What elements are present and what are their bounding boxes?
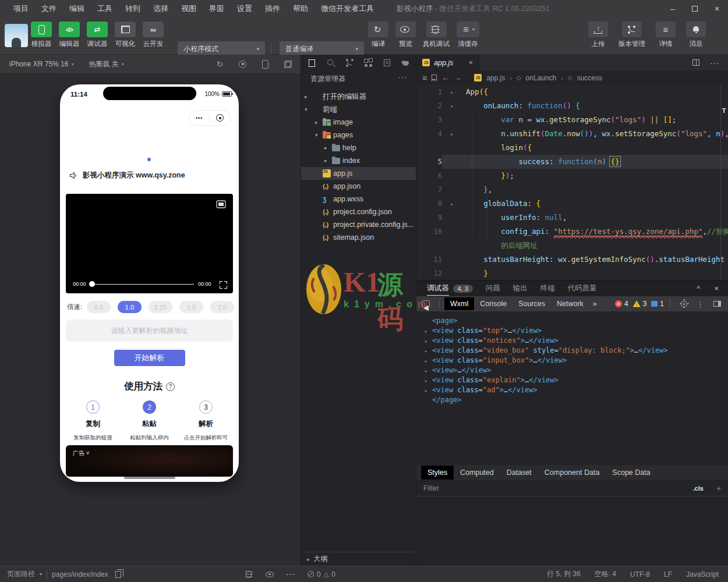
- tree-row[interactable]: app.js: [301, 167, 416, 180]
- multi-window-icon[interactable]: [284, 60, 292, 69]
- code-line[interactable]: 3 var n = wx.getStorageSync("logs") || […: [416, 113, 728, 127]
- miniprogram-capsule[interactable]: •••: [189, 110, 231, 126]
- files-icon[interactable]: [308, 59, 317, 68]
- minimize-button[interactable]: –: [662, 0, 684, 17]
- speed-pill[interactable]: 2.0: [210, 301, 234, 313]
- panel-toggle-button[interactable]: 云开发: [142, 22, 164, 48]
- problem-counters[interactable]: 0 △ 0: [308, 566, 335, 582]
- warning-counter[interactable]: !3: [633, 300, 647, 308]
- breadcrumb-symbol[interactable]: success: [577, 74, 602, 82]
- styles-tab[interactable]: Dataset: [500, 466, 538, 480]
- styles-tab[interactable]: Scope Data: [606, 466, 656, 480]
- debugger-tab[interactable]: 代码质量: [568, 281, 597, 296]
- code-line[interactable]: 4 n.unshift(Date.now()), wx.setStorageSy…: [416, 127, 728, 141]
- tree-arrow-icon[interactable]: ▸: [324, 158, 332, 164]
- code-line[interactable]: 10 config_api: "https://test-ys.qsy.zone…: [416, 225, 728, 239]
- code-editor[interactable]: 1 App({ 2 onLaunch: function() { 3: [416, 85, 728, 282]
- editor-tab[interactable]: JS app.js ×: [416, 55, 479, 70]
- inspect-element-icon[interactable]: [422, 300, 430, 307]
- menu-item[interactable]: 项目: [7, 3, 35, 14]
- devtools-tab[interactable]: Network: [551, 297, 589, 310]
- extensions-icon[interactable]: [364, 59, 373, 68]
- more-actions-icon[interactable]: ···: [710, 58, 720, 68]
- help-icon[interactable]: ?: [166, 382, 175, 391]
- menu-item[interactable]: 转到: [119, 3, 147, 14]
- menu-item[interactable]: 设置: [231, 3, 259, 14]
- speed-pill[interactable]: 1.5: [179, 301, 203, 313]
- toolbar-action-button[interactable]: 预览: [395, 22, 416, 48]
- cursor-position[interactable]: 行 5, 列 36: [547, 569, 580, 579]
- error-counter[interactable]: ✕4: [615, 300, 628, 308]
- debugger-tab[interactable]: 问题: [486, 281, 500, 296]
- utilities-icon[interactable]: [401, 59, 410, 68]
- expand-arrow-icon[interactable]: ▸: [425, 336, 432, 346]
- breadcrumb-symbol[interactable]: onLaunch: [526, 74, 557, 82]
- ad-banner[interactable]: 广告 ˅: [66, 445, 233, 477]
- close-panel-icon[interactable]: ×: [714, 284, 719, 293]
- video-progress-track[interactable]: [94, 284, 194, 285]
- tree-arrow-icon[interactable]: ▸: [315, 119, 323, 125]
- copy-icon[interactable]: [115, 571, 121, 578]
- tree-row[interactable]: project.config.json: [301, 205, 416, 218]
- tree-row[interactable]: project.private.config.js...: [301, 218, 416, 231]
- tree-row[interactable]: ▾ 前端: [301, 103, 416, 116]
- tree-row[interactable]: ▾ pages: [301, 129, 416, 141]
- code-line[interactable]: 5 success: function(n) {}: [416, 155, 728, 169]
- device-select[interactable]: iPhone XR 75% 16▾: [9, 60, 73, 68]
- code-line[interactable]: 7 },: [416, 183, 728, 197]
- toolbar-action-button[interactable]: 真机调试: [423, 22, 450, 48]
- record-icon[interactable]: [238, 60, 247, 69]
- toolbar-action-button[interactable]: 编译: [368, 22, 388, 48]
- wxml-node[interactable]: ▸<view class="ad">…</view>: [425, 385, 728, 395]
- code-line[interactable]: 6 });: [416, 169, 728, 183]
- encoding[interactable]: UTF-8: [630, 570, 650, 579]
- wxml-node[interactable]: ▸<view class="explain">…</view>: [425, 375, 728, 385]
- panel-toggle-button[interactable]: 编辑器: [58, 22, 80, 48]
- devtools-tab[interactable]: Wxml: [444, 297, 474, 310]
- rotate-icon[interactable]: [215, 60, 224, 69]
- language-mode[interactable]: JavaScript: [686, 570, 719, 579]
- close-button[interactable]: ×: [706, 0, 728, 17]
- more-icon[interactable]: [287, 570, 295, 579]
- more-tabs-icon[interactable]: »: [593, 300, 597, 308]
- fold-icon[interactable]: [447, 100, 457, 113]
- page-path-label[interactable]: 页面路径: [7, 569, 35, 579]
- source-control-icon[interactable]: [345, 59, 354, 68]
- speed-pill[interactable]: 1.25: [149, 301, 172, 313]
- back-icon[interactable]: ←: [441, 73, 449, 82]
- tree-row[interactable]: app.json: [301, 180, 416, 193]
- code-line[interactable]: 8 globalData: {: [416, 197, 728, 211]
- wxml-node[interactable]: ▸<view>…</view>: [425, 365, 728, 375]
- menu-item[interactable]: 界面: [203, 3, 231, 14]
- toolbar-action-button[interactable]: 上传: [588, 22, 608, 48]
- outline-list-icon[interactable]: ≡: [422, 73, 427, 83]
- debugger-tab[interactable]: 终端: [540, 281, 555, 296]
- expand-arrow-icon[interactable]: ▸: [425, 386, 432, 396]
- styles-tab[interactable]: Computed: [454, 466, 500, 480]
- wxml-tree[interactable]: <page> ▸<view class="top">…</view> ▸<vie…: [416, 311, 728, 465]
- close-tab-icon[interactable]: ×: [468, 58, 473, 67]
- hot-reload-select[interactable]: 热重载 关▾: [89, 59, 123, 69]
- speed-pill[interactable]: 1.0: [118, 301, 142, 313]
- fold-icon[interactable]: [447, 86, 457, 100]
- wxml-node[interactable]: ▸<view class="notices">…</view>: [425, 336, 728, 346]
- cls-toggle[interactable]: .cls: [692, 485, 703, 492]
- gear-icon[interactable]: [681, 301, 687, 307]
- breadcrumb-file[interactable]: app.js: [486, 74, 505, 82]
- code-line[interactable]: 1 App({: [416, 85, 728, 99]
- code-line[interactable]: login({: [416, 141, 728, 155]
- dock-icon[interactable]: [713, 301, 721, 307]
- tree-row[interactable]: ▸ index: [301, 154, 416, 167]
- code-line[interactable]: 12 }: [416, 267, 728, 281]
- menu-item[interactable]: 编辑: [63, 3, 91, 14]
- wxml-node[interactable]: <page>: [425, 316, 728, 326]
- collapse-panel-icon[interactable]: ^: [697, 284, 700, 293]
- panel-toggle-button[interactable]: 调试器: [86, 22, 108, 48]
- menu-item[interactable]: 帮助: [287, 3, 314, 14]
- tree-arrow-icon[interactable]: ▾: [305, 107, 312, 112]
- video-url-input[interactable]: 请输入要解析的视频地址: [66, 320, 233, 342]
- filter-input[interactable]: Filter: [423, 484, 439, 492]
- preview-eye-icon[interactable]: [266, 570, 274, 579]
- notice-bar[interactable]: 影视小程序演示 www.qsy.zone: [69, 171, 185, 180]
- device-frame-icon[interactable]: [261, 60, 270, 69]
